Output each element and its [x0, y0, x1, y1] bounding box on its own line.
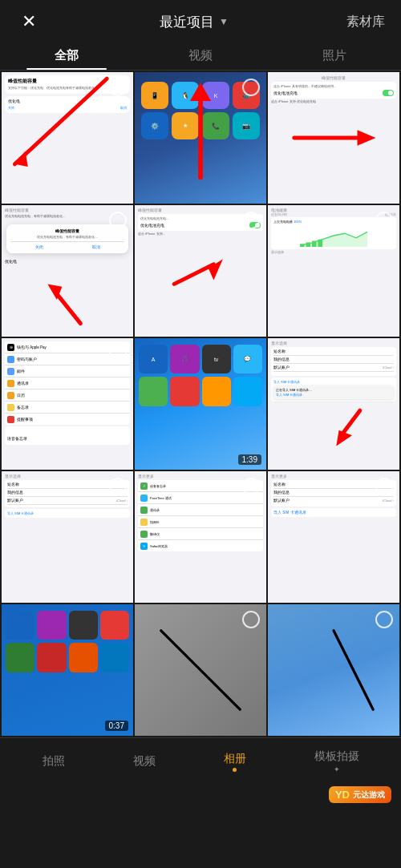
select-circle: [375, 212, 393, 229]
select-circle: [242, 79, 260, 96]
select-circle: [109, 478, 127, 495]
logo-text: YD: [335, 789, 350, 801]
nav-template[interactable]: 模板拍摄 ✦: [314, 749, 359, 773]
svg-rect-13: [318, 240, 322, 247]
select-circle: [375, 478, 393, 495]
brand-logo: YD 元达游戏: [329, 786, 391, 803]
nav-photo[interactable]: 拍照: [43, 754, 65, 769]
tab-photo[interactable]: 照片: [267, 40, 401, 70]
svg-rect-12: [312, 241, 317, 247]
media-item[interactable]: 0:37: [2, 604, 133, 736]
tab-all[interactable]: 全部: [0, 40, 134, 70]
duration-badge-2: 0:37: [105, 721, 128, 731]
media-item[interactable]: 电池健康 过去24小时过去5天 上次充电电量 100%: [268, 205, 399, 337]
media-item[interactable]: 显示更多 短名称 我的信息 默认账户 iCloud › 导入 SIM 卡通讯录: [268, 471, 399, 603]
media-item[interactable]: 显示选择 短名称 我的信息 默认账户 iCloud › 导入 SIM 卡通讯录 …: [268, 338, 399, 470]
media-item[interactable]: 显示更多 ✓ 设备备忘录 FaceTime 通话 通讯录 指南针: [135, 471, 266, 603]
media-item[interactable]: [268, 604, 399, 736]
nav-video[interactable]: 视频: [133, 754, 156, 769]
select-circle: [109, 345, 127, 362]
svg-rect-11: [306, 242, 310, 247]
select-circle: [109, 79, 127, 96]
media-item[interactable]: [135, 604, 266, 736]
duration-badge: 1:39: [238, 454, 261, 465]
close-button[interactable]: ✕: [16, 11, 42, 32]
media-item[interactable]: 峰值性能容量 优化充电电池充电，有助于减缓电池老化... 峰值性能容量 优化充电…: [2, 205, 133, 337]
media-item[interactable]: 峰值性能容量 支持以下功能：优化充电、优化电池充电有助于减缓电池老化... 优化…: [2, 72, 133, 204]
select-circle: [242, 611, 260, 628]
svg-rect-10: [300, 244, 305, 247]
media-item[interactable]: 峰值性能容量 优化充电电池充电... 优化电池充电 这台 iPhone 支持..…: [135, 205, 266, 337]
select-circle: [242, 212, 260, 229]
brand-name: 元达游戏: [353, 789, 385, 801]
tab-video[interactable]: 视频: [134, 40, 268, 70]
chevron-down-icon: ▼: [219, 16, 229, 27]
tab-bar: 全部 视频 照片: [0, 40, 401, 71]
media-item[interactable]: A 🎵 tv 💬 1:39: [135, 338, 266, 470]
media-item[interactable]: ⊕ 钱包与 Apple Pay 密码与账户 邮件 通讯录 日历: [2, 338, 133, 470]
header-title-group[interactable]: 最近项目 ▼: [160, 13, 229, 31]
header: ✕ 最近项目 ▼ 素材库: [0, 0, 401, 40]
media-grid: 峰值性能容量 支持以下功能：优化充电、优化电池充电有助于减缓电池老化... 优化…: [0, 71, 401, 737]
sparkle-icon: ✦: [334, 765, 340, 773]
media-item[interactable]: 峰值性能容量 这台 iPhone 具有明显的... 不建议继续使用... 优化电…: [268, 72, 399, 204]
select-circle: [109, 212, 127, 229]
select-circle: [242, 478, 260, 495]
watermark-bar: YD 元达游戏: [0, 781, 401, 809]
select-circle: [375, 611, 393, 628]
library-button[interactable]: 素材库: [346, 14, 385, 30]
header-title-text: 最近项目: [160, 13, 214, 31]
bottom-navigation: 拍照 视频 相册 模板拍摄 ✦: [0, 737, 401, 781]
media-item[interactable]: 显示选择 短名称 我的信息 默认账户 iCloud › 导入 SIM 卡通讯录: [2, 471, 133, 603]
active-indicator: [233, 768, 237, 772]
media-item[interactable]: 📱 🐧 K 📹 ⚙️ ★ 📞 📷: [135, 72, 266, 204]
nav-album[interactable]: 相册: [224, 752, 246, 772]
